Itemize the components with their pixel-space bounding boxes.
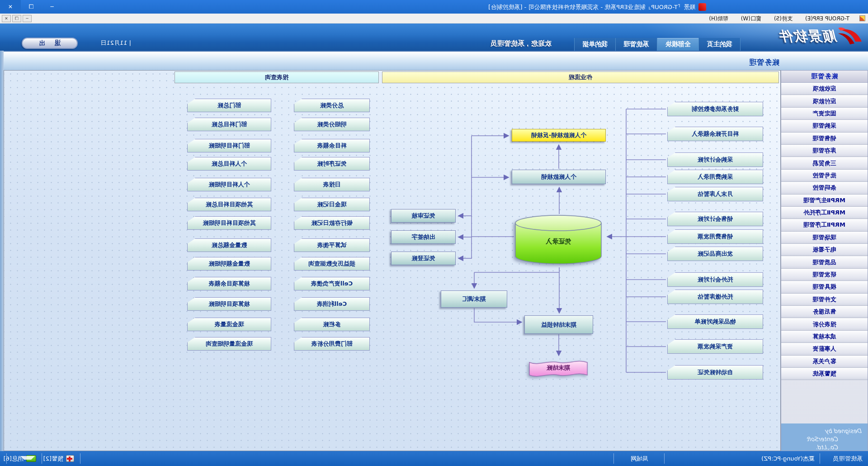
tab-my-home[interactable]: 我的主页: [699, 38, 741, 51]
report-button[interactable]: 部门科目明细账: [187, 139, 271, 152]
sidebar-item[interactable]: 模具管理: [781, 281, 868, 293]
node-personal-writeoff-reverse[interactable]: 个人账款核销-反核销: [512, 129, 606, 142]
module-button[interactable]: 托外会计对账: [667, 272, 763, 287]
node-cashier-signature[interactable]: 出纳签字: [391, 230, 456, 244]
menu-window[interactable]: 窗口(W): [735, 14, 768, 24]
module-button[interactable]: 资产采购发票: [667, 339, 763, 354]
sidebar-item[interactable]: 研发管理: [781, 269, 868, 281]
report-button[interactable]: 部门科目总账: [187, 118, 271, 131]
module-button[interactable]: 销售会计对账: [667, 212, 763, 226]
node-voucher-review[interactable]: 凭证审核: [391, 209, 456, 223]
sidebar-item[interactable]: 现场管理: [781, 232, 868, 244]
sidebar-item[interactable]: 销售管理: [781, 133, 868, 145]
date-separator: |: [129, 39, 131, 46]
voucher-entry-cylinder[interactable]: 凭证录入: [514, 214, 603, 267]
module-button[interactable]: 月末入库暂估: [667, 187, 763, 201]
mdi-minimize-button[interactable]: ─: [23, 15, 32, 22]
sidebar-item[interactable]: 固定资产: [781, 108, 868, 120]
report-button[interactable]: 总分类账: [294, 99, 370, 112]
report-button[interactable]: 多栏账: [294, 318, 370, 331]
report-button[interactable]: 试算平衡表: [294, 238, 370, 252]
tab-all-modules[interactable]: 全部模块: [657, 38, 699, 51]
node-voucher-posting[interactable]: 凭证登账: [391, 252, 456, 265]
mdi-close-button[interactable]: ✕: [2, 15, 11, 22]
status-bar: 系统管理员 夏杰(Young-PC:PZ) 局域网 预警[2] 消息[6]: [0, 451, 868, 466]
menu-help[interactable]: 帮助(H): [703, 14, 734, 24]
tab-my-documents[interactable]: 我的单据: [574, 38, 616, 51]
report-button[interactable]: 个人科目总账: [187, 157, 271, 171]
sidebar-item[interactable]: 客户关系: [781, 356, 868, 368]
period-end-closing-flag[interactable]: 期末结账: [528, 358, 589, 380]
status-role: 系统管理员: [833, 451, 863, 466]
report-button[interactable]: 凭证序时账: [294, 157, 370, 171]
module-button[interactable]: 财务系统参数控制: [667, 102, 763, 116]
sidebar-item[interactable]: 电子看板: [781, 244, 868, 256]
module-button[interactable]: 销售费用发票: [667, 229, 763, 244]
report-button[interactable]: Cell资产负债表: [294, 277, 370, 290]
report-button[interactable]: 明细分类账: [294, 118, 370, 131]
status-separator: [42, 453, 42, 464]
sidebar-header-finance[interactable]: 账务管理: [781, 71, 868, 83]
alert-kit-icon: [66, 455, 74, 462]
report-button[interactable]: 日报表: [294, 178, 370, 191]
report-button[interactable]: 现金流量明细查询: [187, 337, 271, 351]
status-separator: [613, 453, 614, 464]
status-alerts[interactable]: 预警[2]: [43, 451, 74, 466]
page-title: 账务管理: [749, 58, 779, 67]
sidebar-item[interactable]: 报表分析: [781, 318, 868, 330]
module-button[interactable]: 科目开账余额录入: [667, 127, 763, 141]
maximize-button[interactable]: ❐: [21, 0, 42, 14]
report-button[interactable]: 核算项目明细账: [187, 297, 271, 311]
sidebar-item[interactable]: 采购管理: [781, 120, 868, 132]
node-period-end-fx-adjust[interactable]: 期末调汇: [441, 290, 507, 308]
sidebar-item[interactable]: 成本核算: [781, 331, 868, 343]
report-button[interactable]: 现金流量表: [187, 318, 271, 331]
module-button[interactable]: 自动转账凭证: [667, 365, 763, 380]
report-button[interactable]: 其他项目科目总账: [187, 198, 271, 211]
module-button[interactable]: 托外缴库暂估: [667, 290, 763, 304]
header-band: 顺景软件 我的主页 全部模块 系统管理 我的单据 欢迎您，系统管理员 | 11月…: [0, 24, 868, 51]
sidebar-item[interactable]: 批号管控: [781, 170, 868, 182]
sidebar-item[interactable]: 应付款项: [781, 95, 868, 107]
report-button[interactable]: 核算项目余额表: [187, 277, 271, 290]
sidebar-item[interactable]: 文件管理: [781, 294, 868, 306]
report-button[interactable]: 部门费用分析表: [294, 337, 370, 351]
sidebar-item[interactable]: 品质管理: [781, 256, 868, 268]
status-messages[interactable]: 消息[6]: [4, 451, 36, 466]
report-button[interactable]: 损益历史数据查询: [294, 257, 370, 271]
exit-button[interactable]: 退 出: [22, 38, 78, 49]
sidebar-item[interactable]: 条码管控: [781, 182, 868, 194]
report-button[interactable]: 数量金额总账: [187, 238, 271, 252]
report-button[interactable]: 科目余额表: [294, 139, 370, 152]
report-button[interactable]: Cell利润表: [294, 297, 370, 311]
sidebar-item[interactable]: MRPⅡ工序托外: [781, 207, 868, 219]
module-button[interactable]: 物品采购对账单: [667, 314, 763, 329]
status-user: 夏杰(Young-PC:PZ): [761, 451, 815, 466]
sidebar-item[interactable]: 三角贸易: [781, 157, 868, 169]
report-button[interactable]: 部门总账: [187, 99, 271, 112]
menu-support[interactable]: 支持(S): [768, 14, 799, 24]
sidebar-item[interactable]: 应收款项: [781, 83, 868, 95]
sidebar-item[interactable]: 预警系统: [781, 368, 868, 380]
tab-system-admin[interactable]: 系统管理: [616, 38, 657, 51]
sidebar-item[interactable]: 售后服务: [781, 306, 868, 318]
sidebar-item[interactable]: MRPⅡ生产管理: [781, 195, 868, 207]
report-button[interactable]: 数量金额明细账: [187, 257, 271, 271]
sidebar-item[interactable]: 人事薪资: [781, 343, 868, 355]
report-button[interactable]: 银行存款日记账: [294, 216, 370, 230]
module-button[interactable]: 发出商品记账: [667, 247, 763, 261]
mdi-restore-button[interactable]: ❐: [12, 15, 21, 22]
module-button[interactable]: 采购费用录入: [667, 170, 763, 184]
report-button[interactable]: 现金日记账: [294, 198, 370, 211]
node-period-end-carryover[interactable]: 期末结转损益: [524, 315, 593, 334]
node-personal-writeoff[interactable]: 个人账款核销: [512, 170, 606, 184]
module-button[interactable]: 采购会计对账: [667, 152, 763, 167]
minimize-button[interactable]: ─: [42, 0, 62, 14]
sidebar-item[interactable]: 库存管理: [781, 145, 868, 157]
window-frame-edge: [0, 51, 4, 451]
report-button[interactable]: 个人科目明细账: [187, 178, 271, 191]
menu-tgroup-erp[interactable]: T-GROUP ERP(E): [799, 14, 856, 24]
report-button[interactable]: 其他项目科目明细账: [187, 216, 271, 230]
sidebar-item[interactable]: MRPⅡ工序管理: [781, 219, 868, 231]
close-button[interactable]: ✕: [0, 0, 21, 14]
